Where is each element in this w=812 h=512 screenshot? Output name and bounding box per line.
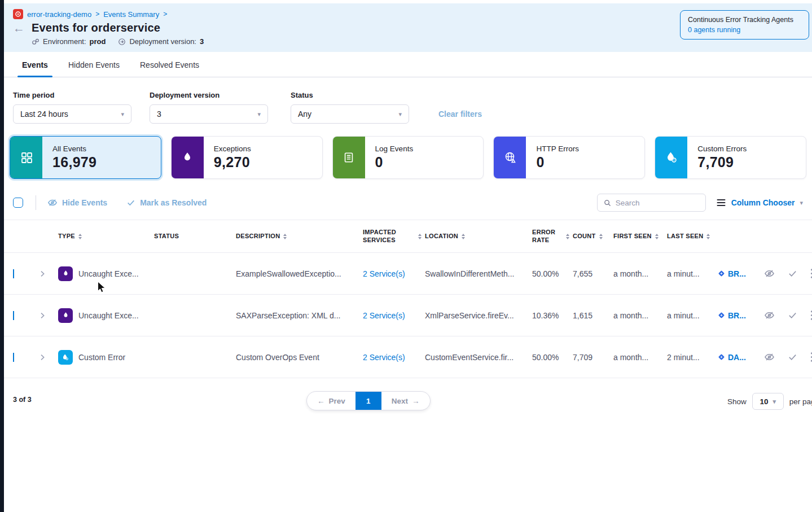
arrow-left-icon: ← bbox=[317, 397, 325, 405]
breadcrumb-section[interactable]: Events Summary bbox=[103, 10, 159, 19]
card-all-events[interactable]: All Events 16,979 bbox=[10, 136, 161, 179]
deployment-label: Deployment version: bbox=[129, 37, 196, 46]
event-description: SAXParseException: XML d... bbox=[236, 311, 363, 320]
error-rate: 50.00% bbox=[532, 353, 573, 362]
custom-error-icon bbox=[665, 151, 678, 164]
event-location: CustomEventService.fir... bbox=[425, 353, 532, 362]
agents-title: Continuous Error Tracking Agents bbox=[688, 16, 801, 24]
table-row[interactable]: Uncaught Exce... ExampleSwallowedExcepti… bbox=[4, 253, 812, 295]
error-rate: 50.00% bbox=[532, 269, 573, 278]
exception-type-icon bbox=[58, 266, 73, 281]
sort-icon[interactable] bbox=[655, 234, 659, 239]
card-http-errors[interactable]: HTTP Errors 0 bbox=[493, 136, 645, 179]
pagination-bar: 3 of 3 ← Prev 1 Next → Show 10 ▾ per pag… bbox=[4, 388, 812, 414]
card-log-events[interactable]: Log Events 0 bbox=[332, 136, 484, 179]
prev-page-button[interactable]: ← Prev bbox=[307, 392, 355, 410]
hide-event-icon[interactable] bbox=[764, 352, 775, 362]
eye-slash-icon bbox=[47, 198, 58, 208]
page-title: Events for orderservice bbox=[32, 21, 160, 34]
clear-filters-button[interactable]: Clear filters bbox=[438, 110, 482, 119]
tab-hidden-events[interactable]: Hidden Events bbox=[60, 54, 128, 77]
hide-events-button[interactable]: Hide Events bbox=[47, 198, 107, 208]
row-checkbox[interactable] bbox=[13, 353, 14, 362]
chevron-right-icon[interactable] bbox=[38, 353, 58, 362]
last-seen: a minut... bbox=[667, 269, 718, 278]
filter-bar: Time period Last 24 hours ▾ Deployment v… bbox=[4, 77, 812, 124]
select-all-checkbox[interactable] bbox=[13, 198, 23, 208]
time-period-select[interactable]: Last 24 hours ▾ bbox=[13, 104, 131, 124]
window-edge-strip bbox=[0, 0, 4, 512]
ticket-link[interactable]: BR... bbox=[718, 269, 758, 278]
per-page-select[interactable]: 10 ▾ bbox=[752, 393, 784, 410]
sort-icon[interactable] bbox=[462, 234, 465, 239]
chevron-right-icon[interactable] bbox=[38, 269, 58, 278]
chevron-right-icon[interactable] bbox=[38, 311, 58, 320]
time-period-value: Last 24 hours bbox=[20, 110, 68, 119]
hide-event-icon[interactable] bbox=[764, 310, 775, 321]
exception-type-icon bbox=[58, 308, 73, 323]
search-input[interactable] bbox=[616, 199, 695, 207]
search-icon bbox=[603, 199, 612, 207]
ticket-link[interactable]: BR... bbox=[718, 311, 758, 320]
deployment-version-select[interactable]: 3 ▾ bbox=[150, 104, 268, 124]
agents-running-link[interactable]: 0 agents running bbox=[688, 26, 801, 34]
events-table: TYPE STATUS DESCRIPTION IMPACTED SERVICE… bbox=[4, 220, 812, 378]
resolve-event-icon[interactable] bbox=[788, 352, 797, 362]
deployment-value: 3 bbox=[200, 37, 204, 46]
event-location: SwallowInDifferentMeth... bbox=[425, 269, 532, 278]
next-page-button[interactable]: Next → bbox=[381, 392, 430, 410]
chevron-down-icon: ▾ bbox=[398, 111, 402, 118]
table-header-row: TYPE STATUS DESCRIPTION IMPACTED SERVICE… bbox=[4, 220, 812, 253]
show-label: Show bbox=[727, 397, 747, 406]
search-box[interactable] bbox=[597, 194, 706, 212]
sort-icon[interactable] bbox=[283, 234, 287, 239]
card-exceptions[interactable]: Exceptions 9,270 bbox=[171, 136, 323, 179]
event-count: 7,655 bbox=[573, 269, 613, 278]
mark-resolved-button[interactable]: Mark as Resolved bbox=[126, 198, 207, 207]
table-row[interactable]: Uncaught Exce... SAXParseException: XML … bbox=[4, 295, 812, 336]
row-checkbox[interactable] bbox=[13, 269, 14, 278]
ticket-link[interactable]: DA... bbox=[718, 353, 758, 362]
card-value: 0 bbox=[375, 154, 414, 170]
hide-event-icon[interactable] bbox=[764, 268, 775, 279]
impacted-services-link[interactable]: 2 Service(s) bbox=[363, 353, 425, 362]
time-period-label: Time period bbox=[13, 91, 131, 99]
card-value: 9,270 bbox=[214, 154, 251, 170]
sort-icon[interactable] bbox=[78, 234, 82, 239]
sort-icon[interactable] bbox=[599, 234, 603, 239]
next-label: Next bbox=[392, 397, 408, 405]
event-type: Custom Error bbox=[78, 353, 125, 362]
column-chooser-button[interactable]: Column Chooser ▾ bbox=[716, 198, 803, 207]
row-checkbox[interactable] bbox=[13, 311, 14, 320]
table-toolbar: Hide Events Mark as Resolved bbox=[4, 179, 812, 220]
status-filter-label: Status bbox=[291, 91, 409, 99]
jira-diamond-icon bbox=[718, 312, 725, 319]
card-custom-errors[interactable]: Custom Errors 7,709 bbox=[655, 136, 806, 179]
jira-diamond-icon bbox=[718, 270, 725, 277]
agents-status-card[interactable]: Continuous Error Tracking Agents 0 agent… bbox=[680, 10, 809, 40]
column-chooser-label: Column Chooser bbox=[731, 198, 795, 207]
ticket-id: DA... bbox=[728, 353, 746, 362]
sort-icon[interactable] bbox=[566, 234, 569, 239]
ticket-id: BR... bbox=[728, 311, 746, 320]
toolbar-divider bbox=[36, 195, 36, 210]
page-number-button[interactable]: 1 bbox=[355, 392, 381, 410]
impacted-services-link[interactable]: 2 Service(s) bbox=[363, 269, 425, 278]
hide-events-label: Hide Events bbox=[62, 198, 107, 207]
flame-icon bbox=[181, 151, 194, 164]
col-type: TYPE bbox=[58, 233, 75, 240]
event-summary-cards: All Events 16,979 Exceptions 9,270 bbox=[4, 124, 812, 179]
impacted-services-link[interactable]: 2 Service(s) bbox=[363, 311, 425, 320]
tab-resolved-events[interactable]: Resolved Events bbox=[132, 54, 207, 77]
sort-icon[interactable] bbox=[418, 234, 422, 239]
resolve-event-icon[interactable] bbox=[788, 269, 797, 278]
back-arrow-icon[interactable]: ← bbox=[13, 23, 25, 34]
environment-icon bbox=[32, 38, 39, 46]
tab-events[interactable]: Events bbox=[14, 54, 56, 77]
sort-icon[interactable] bbox=[706, 234, 710, 239]
last-seen: 2 minut... bbox=[667, 353, 718, 362]
breadcrumb-project[interactable]: error-tracking-demo bbox=[27, 10, 91, 19]
resolve-event-icon[interactable] bbox=[788, 310, 797, 320]
table-row[interactable]: Custom Error Custom OverOps Event 2 Serv… bbox=[4, 336, 812, 378]
status-filter-select[interactable]: Any ▾ bbox=[291, 104, 409, 124]
